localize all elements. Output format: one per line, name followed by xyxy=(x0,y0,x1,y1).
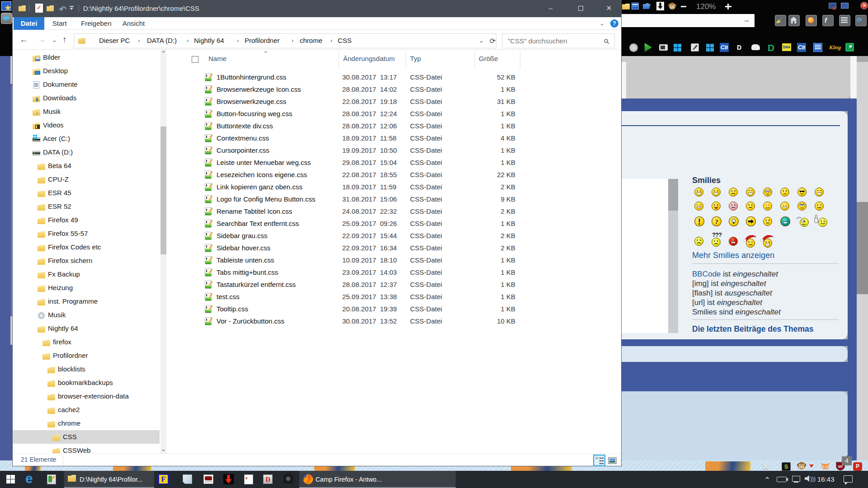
svg-text:?: ? xyxy=(715,218,718,225)
